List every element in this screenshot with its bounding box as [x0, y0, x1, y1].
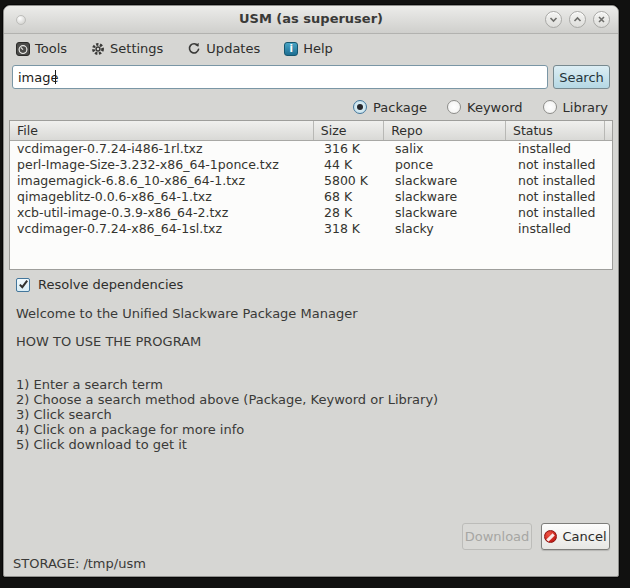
refresh-icon: [187, 42, 201, 56]
table-row[interactable]: qimageblitz-0.0.6-x86_64-1.txz 68 K slac…: [10, 189, 612, 205]
menu-help[interactable]: i Help: [284, 41, 333, 56]
radio-keyword-label: Keyword: [467, 100, 523, 115]
menu-settings[interactable]: Settings: [91, 41, 163, 56]
titlebar[interactable]: USM (as superuser): [4, 6, 618, 34]
column-header-filler: [605, 121, 612, 140]
cell-repo[interactable]: salix: [388, 141, 511, 157]
cell-file[interactable]: perl-Image-Size-3.232-x86_64-1ponce.txz: [10, 157, 317, 173]
menu-help-label: Help: [303, 41, 333, 56]
cell-size[interactable]: 44 K: [317, 157, 388, 173]
howto-step: 3) Click search: [16, 407, 606, 422]
howto-heading: HOW TO USE THE PROGRAM: [16, 334, 606, 349]
menu-updates-label: Updates: [206, 41, 260, 56]
cell-size[interactable]: 316 K: [317, 141, 388, 157]
action-buttons: Download Cancel: [462, 523, 610, 550]
cell-repo[interactable]: slacky: [388, 221, 511, 237]
column-header-size[interactable]: Size: [314, 121, 384, 140]
radio-package-label: Package: [373, 100, 427, 115]
radio-library[interactable]: Library: [543, 100, 608, 115]
cancel-icon: [544, 530, 557, 543]
cancel-button[interactable]: Cancel: [541, 523, 610, 550]
cell-repo[interactable]: slackware: [388, 205, 511, 221]
menu-settings-label: Settings: [110, 41, 163, 56]
radio-library-label: Library: [563, 100, 608, 115]
radio-keyword[interactable]: Keyword: [447, 100, 523, 115]
column-header-status[interactable]: Status: [506, 121, 605, 140]
radio-unselected-icon: [447, 100, 461, 114]
table-row[interactable]: vcdimager-0.7.24-x86_64-1sl.txz 318 K sl…: [10, 221, 612, 237]
cell-status[interactable]: not installed: [511, 173, 611, 189]
cell-file[interactable]: xcb-util-image-0.3.9-x86_64-2.txz: [10, 205, 317, 221]
table-row[interactable]: imagemagick-6.8.6_10-x86_64-1.txz 5800 K…: [10, 173, 612, 189]
radio-unselected-icon: [543, 100, 557, 114]
cell-size[interactable]: 28 K: [317, 205, 388, 221]
table-row[interactable]: xcb-util-image-0.3.9-x86_64-2.txz 28 K s…: [10, 205, 612, 221]
cell-status[interactable]: installed: [511, 221, 611, 237]
search-input[interactable]: [12, 65, 548, 89]
howto-step: 1) Enter a search term: [16, 377, 606, 392]
cell-size[interactable]: 68 K: [317, 189, 388, 205]
cell-status[interactable]: installed: [511, 141, 611, 157]
storage-status: STORAGE: /tmp/usm: [13, 556, 146, 571]
cell-status[interactable]: not installed: [511, 157, 611, 173]
cell-status[interactable]: not installed: [511, 189, 611, 205]
gauge-icon: [16, 42, 30, 56]
cancel-button-label: Cancel: [562, 529, 606, 544]
cell-file[interactable]: qimageblitz-0.0.6-x86_64-1.txz: [10, 189, 317, 205]
search-method-group: Package Keyword Library: [353, 96, 608, 118]
search-row: Search: [12, 65, 610, 89]
results-table: File Size Repo Status vcdimager-0.7.24-i…: [9, 120, 613, 270]
cell-file[interactable]: imagemagick-6.8.6_10-x86_64-1.txz: [10, 173, 317, 189]
radio-package[interactable]: Package: [353, 100, 427, 115]
cell-file[interactable]: vcdimager-0.7.24-i486-1rl.txz: [10, 141, 317, 157]
cell-size[interactable]: 318 K: [317, 221, 388, 237]
column-header-repo[interactable]: Repo: [384, 121, 506, 140]
cell-file[interactable]: vcdimager-0.7.24-x86_64-1sl.txz: [10, 221, 317, 237]
cell-repo[interactable]: slackware: [388, 173, 511, 189]
cell-repo[interactable]: slackware: [388, 189, 511, 205]
table-header: File Size Repo Status: [10, 121, 612, 141]
menubar: Tools Settings Updates i Help: [4, 35, 618, 62]
shade-button[interactable]: [545, 11, 562, 28]
checkmark-icon: [18, 279, 29, 290]
info-icon: i: [284, 42, 298, 56]
howto-step: 2) Choose a search method above (Package…: [16, 392, 606, 407]
download-button[interactable]: Download: [462, 523, 532, 550]
window-title: USM (as superuser): [4, 11, 618, 26]
chevron-down-icon: [549, 15, 558, 24]
howto-step: 4) Click on a package for more info: [16, 422, 606, 437]
cell-size[interactable]: 5800 K: [317, 173, 388, 189]
info-text-area: Welcome to the Unified Slackware Package…: [16, 306, 606, 452]
cell-status[interactable]: not installed: [511, 205, 611, 221]
menu-tools-label: Tools: [35, 41, 67, 56]
gear-icon: [91, 42, 105, 56]
radio-selected-icon: [353, 100, 367, 114]
close-button[interactable]: [593, 11, 610, 28]
cell-repo[interactable]: ponce: [388, 157, 511, 173]
chevron-up-icon: [573, 15, 582, 24]
resolve-dependencies-label: Resolve dependencies: [38, 277, 183, 292]
table-row[interactable]: perl-Image-Size-3.232-x86_64-1ponce.txz …: [10, 157, 612, 173]
column-header-file[interactable]: File: [10, 121, 314, 140]
resolve-dependencies-option[interactable]: Resolve dependencies: [16, 277, 183, 292]
welcome-text: Welcome to the Unified Slackware Package…: [16, 306, 606, 321]
table-row[interactable]: vcdimager-0.7.24-i486-1rl.txz 316 K sali…: [10, 141, 612, 157]
howto-step: 5) Click download to get it: [16, 437, 606, 452]
maximize-button[interactable]: [569, 11, 586, 28]
close-icon: [597, 15, 606, 24]
search-button[interactable]: Search: [553, 65, 610, 89]
menu-tools[interactable]: Tools: [16, 41, 67, 56]
menu-updates[interactable]: Updates: [187, 41, 260, 56]
checkbox-checked-icon[interactable]: [16, 278, 30, 292]
usm-window: USM (as superuser) Tools: [3, 5, 619, 577]
